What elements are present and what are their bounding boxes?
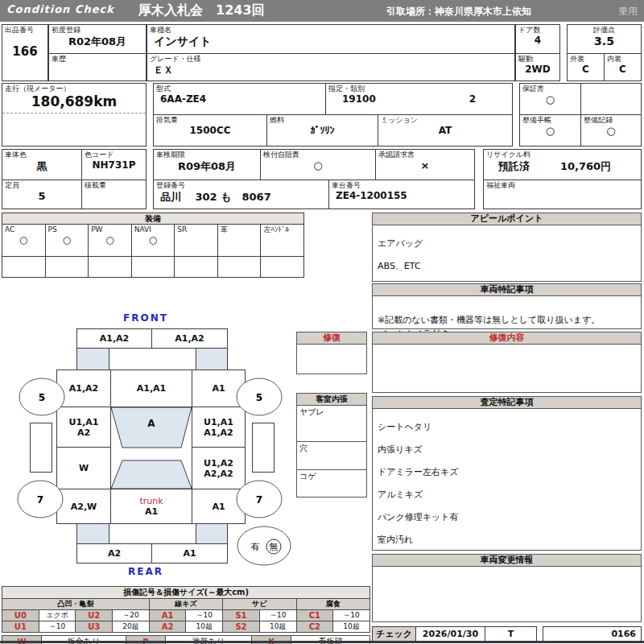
- equip-navi: NAVI○: [132, 225, 175, 256]
- fuel-cell: 燃料 ｶﾞｿﾘﾝ: [267, 115, 378, 146]
- equip-leather-label: 革: [218, 225, 261, 234]
- lot-number-value: 166: [2, 44, 47, 59]
- class-sub: 2: [469, 93, 476, 105]
- class-label: 指定・類別: [326, 84, 512, 93]
- equip-ac-label: AC: [2, 225, 45, 234]
- transmission-label: ミッション: [378, 115, 512, 125]
- wheel-rear-right-value: 7: [256, 494, 262, 506]
- legend-code: S2: [223, 621, 260, 633]
- rear-window-shape: [111, 460, 192, 489]
- legend-val: 10超: [186, 621, 223, 633]
- legend-val: 10超: [333, 621, 370, 633]
- chassis-label: 車台番号: [329, 180, 474, 190]
- warranty-cell: 保証書 ○: [520, 84, 581, 114]
- drive-label: 駆動: [516, 54, 559, 64]
- inspection-cell: 車検期限 R09年08月: [154, 150, 261, 180]
- equip-pw: PW○: [89, 225, 132, 256]
- legend-group-corrosion: 腐食: [296, 599, 370, 610]
- legend-val: 20超: [113, 621, 150, 633]
- equip-navi-label: NAVI: [132, 225, 175, 234]
- body-color-cell: 車体色 黒: [2, 150, 82, 180]
- first-reg-cell: 初度登録 R02年08月: [49, 25, 146, 54]
- assessment-item: シートヘタリ: [378, 422, 636, 433]
- color-bottom-row: 定員 5 積載量: [2, 180, 146, 208]
- mileage-value: 180,689km: [2, 93, 146, 109]
- spec-box: 型式 6AA-ZE4 指定・類別 19100 2 排気量 1500CC 燃料 ｶ…: [153, 83, 513, 147]
- assessment-panel: 査定特記事項 シートヘタリ 内張りキズ ドアミラー左右キズ アルミキズ パンク修…: [372, 396, 642, 551]
- lining-row-hole: 穴: [297, 442, 366, 470]
- legend-code: U2: [76, 610, 113, 621]
- welfare-label: 福祉車両: [484, 180, 641, 190]
- equip-empty-cell: [218, 257, 262, 277]
- spare-no-label: 無: [270, 542, 279, 552]
- insurance-value: ○: [261, 159, 375, 171]
- repair-flag-box: 修復: [296, 332, 367, 374]
- chassis-cell: 車台番号 ZE4-1200155: [329, 180, 474, 208]
- maintenance-record-cell: 整備記録 ○: [581, 115, 641, 146]
- body-color-value: 黒: [2, 159, 81, 174]
- legend-group-rust: サビ: [223, 599, 296, 610]
- history-cell: 車歴: [49, 54, 146, 80]
- cabin-lining-box: 客室内張 ヤブレ 穴 コゲ: [296, 393, 367, 497]
- equip-empty-cell: [2, 257, 46, 277]
- spare-yes-label: 有: [251, 542, 260, 552]
- body-color-label: 車体色: [2, 150, 81, 159]
- legend-group-dent: 凸凹・亀裂: [2, 599, 150, 610]
- recycle-fee: 10,760円: [560, 159, 611, 174]
- warranty-label: 保証書: [520, 84, 580, 93]
- inspection-box: 車検期限 R09年08月 検付自賠責 ○ 承認請求書 × 登録番号 品川 302…: [153, 149, 475, 209]
- check-row: チェック 2026/01/30 T 0166: [372, 626, 642, 642]
- grade-value: ＥＸ: [147, 64, 514, 77]
- reg-no-cell: 登録番号 品川 302 も 8067: [154, 180, 329, 208]
- lining-row-tear: ヤブレ: [297, 406, 366, 442]
- maintenance-record-value: ○: [581, 125, 641, 137]
- check-ref-no: 0166: [543, 626, 642, 642]
- recycle-label: リサイクル料: [484, 150, 641, 159]
- appeal-item: ABS、ETC: [378, 261, 636, 272]
- brand-logo: Condition Check: [6, 3, 114, 15]
- insurance-cell: 検付自賠責 ○: [261, 150, 376, 180]
- color-code-label: 色コード: [82, 150, 146, 159]
- score-value: 3.5: [568, 35, 641, 47]
- check-inspector: T: [485, 626, 537, 642]
- legend-val: ～10: [259, 610, 296, 621]
- auction-sheet: Condition Check 厚木入札会 1243回 引取場所：神奈川県厚木市…: [0, 0, 644, 644]
- wheel-front-right-value: 5: [256, 392, 262, 403]
- doors-drive-box: ドア数 4 駆動 2WD: [515, 24, 560, 81]
- docs-blank-cell: [581, 84, 641, 114]
- inspection-bottom-row: 登録番号 品川 302 も 8067 車台番号 ZE4-1200155: [154, 180, 474, 208]
- equip-lhd: 左ﾊﾝﾄﾞﾙ: [261, 225, 303, 256]
- class-cell: 指定・類別 19100 2: [326, 84, 512, 114]
- assessment-item: アルミキズ: [378, 489, 636, 501]
- bottom-rule: [0, 641, 644, 643]
- legend-code: A1: [149, 610, 186, 621]
- equipment-empty-row: [2, 257, 303, 277]
- equip-ps-value: ○: [46, 234, 89, 246]
- mileage-box: 走行（現メーター） 180,689km: [2, 83, 147, 147]
- cabin-lining-title: 客室内張: [297, 394, 366, 406]
- legend-code: U3: [76, 621, 113, 633]
- mileage-divider: [2, 113, 146, 114]
- warranty-value: ○: [520, 93, 580, 105]
- legend-val: 10超: [259, 621, 296, 633]
- equip-ac-value: ○: [2, 234, 45, 246]
- equip-empty-cell: [46, 257, 89, 277]
- legend-group-scratch: 線キズ: [149, 599, 222, 610]
- equip-pw-value: ○: [89, 234, 131, 246]
- model-code-cell: 型式 6AA-ZE4: [154, 84, 326, 114]
- fuel-value: ｶﾞｿﾘﾝ: [267, 125, 378, 136]
- registration-box: 初度登録 R02年08月 車歴: [48, 24, 147, 81]
- legend-val: ～20: [113, 610, 150, 621]
- inspection-value: R09年08月: [154, 159, 260, 174]
- fuel-label: 燃料: [267, 115, 378, 125]
- damage-diagram: FRONT A1,A2 A1,A2 A1,A2 A1,A1 A1 U1,A1 A…: [0, 312, 291, 590]
- spare-tire-badge: [237, 526, 291, 565]
- assessment-item: パンク修理キット有: [378, 512, 636, 523]
- change-info-content: [373, 567, 641, 570]
- doors-value: 4: [516, 35, 559, 46]
- interior-cell: 内装 C: [605, 54, 641, 80]
- model-box: 車種名 インサイト グレード・仕様 ＥＸ: [147, 24, 515, 81]
- assessment-item: ドアミラー左右キズ: [378, 467, 636, 478]
- insurance-label: 検付自賠責: [261, 150, 375, 159]
- legend-val: ～10: [186, 610, 223, 621]
